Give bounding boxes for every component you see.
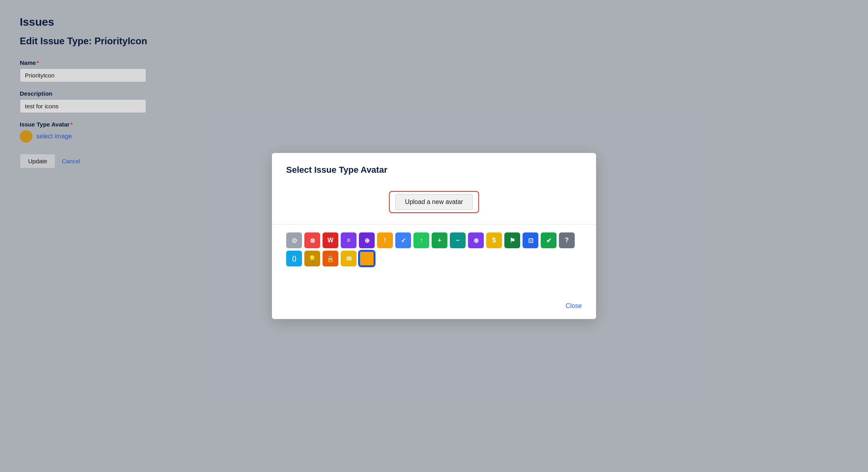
modal-title: Select Issue Type Avatar xyxy=(286,165,582,175)
icon-item-5[interactable]: ⊕ xyxy=(359,232,375,248)
icon-item-18[interactable]: 💡 xyxy=(304,251,320,266)
icon-item-11[interactable]: ⊛ xyxy=(468,232,484,248)
modal-overlay[interactable]: Select Issue Type Avatar Upload a new av… xyxy=(0,0,868,472)
upload-avatar-button[interactable]: Upload a new avatar xyxy=(395,194,473,210)
icon-item-10[interactable]: − xyxy=(450,232,466,248)
modal-upload-section: Upload a new avatar xyxy=(272,183,596,224)
icon-item-8[interactable]: ↑ xyxy=(413,232,429,248)
modal-header: Select Issue Type Avatar xyxy=(272,153,596,183)
icon-item-20[interactable]: ✉ xyxy=(341,251,357,266)
icon-item-13[interactable]: ⚑ xyxy=(504,232,520,248)
close-button[interactable]: Close xyxy=(566,302,582,310)
icon-item-19[interactable]: 🔒 xyxy=(323,251,338,266)
modal-icons-section: ⊙⊗W≡⊕!✓↑+−⊛$⚑⊡✔?⟨⟩💡🔒✉ xyxy=(272,225,596,296)
icon-item-16[interactable]: ? xyxy=(559,232,575,248)
icon-item-9[interactable]: + xyxy=(432,232,447,248)
select-avatar-modal: Select Issue Type Avatar Upload a new av… xyxy=(272,153,596,319)
icon-item-21[interactable] xyxy=(359,251,375,266)
icons-grid: ⊙⊗W≡⊕!✓↑+−⊛$⚑⊡✔?⟨⟩💡🔒✉ xyxy=(286,232,582,266)
icon-item-17[interactable]: ⟨⟩ xyxy=(286,251,302,266)
upload-btn-wrapper: Upload a new avatar xyxy=(389,191,479,213)
icon-item-1[interactable]: ⊙ xyxy=(286,232,302,248)
modal-footer: Close xyxy=(272,296,596,319)
icon-item-6[interactable]: ! xyxy=(377,232,393,248)
icon-item-12[interactable]: $ xyxy=(486,232,502,248)
icon-item-14[interactable]: ⊡ xyxy=(523,232,538,248)
icon-item-15[interactable]: ✔ xyxy=(541,232,557,248)
icon-item-4[interactable]: ≡ xyxy=(341,232,357,248)
icon-item-3[interactable]: W xyxy=(323,232,338,248)
icon-item-7[interactable]: ✓ xyxy=(395,232,411,248)
icon-item-2[interactable]: ⊗ xyxy=(304,232,320,248)
